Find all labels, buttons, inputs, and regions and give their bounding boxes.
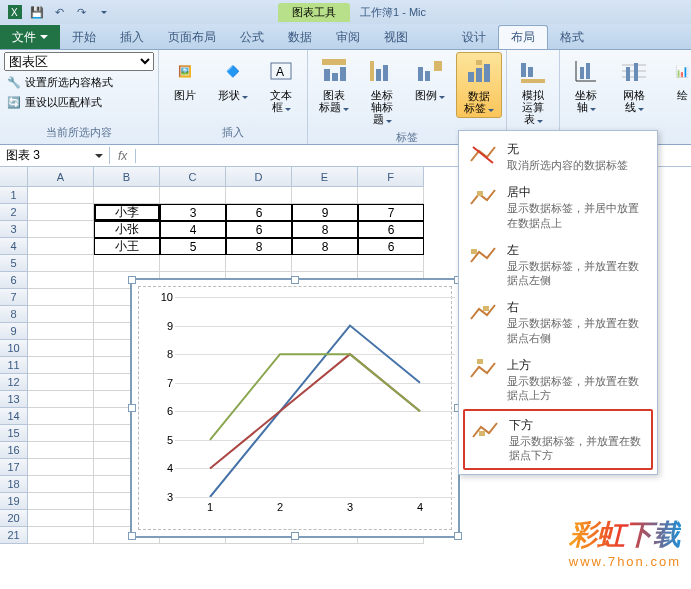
row-header[interactable]: 5 (0, 255, 28, 272)
cell[interactable] (94, 187, 160, 204)
cell[interactable] (94, 255, 160, 272)
name-box[interactable]: 图表 3 (0, 147, 110, 164)
tab-home[interactable]: 开始 (60, 25, 108, 49)
cell[interactable]: 7 (358, 204, 424, 221)
column-header[interactable]: D (226, 167, 292, 187)
cell[interactable] (160, 187, 226, 204)
tab-file[interactable]: 文件 (0, 25, 60, 49)
cell[interactable] (28, 255, 94, 272)
cell[interactable] (28, 238, 94, 255)
row-header[interactable]: 21 (0, 527, 28, 544)
chart-title-button[interactable]: 图表标题 (312, 52, 356, 116)
axis-title-button[interactable]: 坐标轴标题 (360, 52, 404, 128)
tab-format[interactable]: 格式 (548, 25, 596, 49)
cell[interactable]: 6 (358, 221, 424, 238)
cell[interactable] (28, 408, 94, 425)
cell[interactable]: 小张 (94, 221, 160, 238)
cell[interactable] (28, 391, 94, 408)
cell[interactable] (28, 527, 94, 544)
reset-style-button[interactable]: 🔄重设以匹配样式 (4, 94, 154, 111)
row-header[interactable]: 1 (0, 187, 28, 204)
select-all-corner[interactable] (0, 167, 28, 187)
column-header[interactable]: F (358, 167, 424, 187)
cell[interactable] (292, 255, 358, 272)
column-header[interactable]: E (292, 167, 358, 187)
row-header[interactable]: 16 (0, 442, 28, 459)
data-table-button[interactable]: 模拟运算表 (511, 52, 555, 128)
tab-design[interactable]: 设计 (450, 25, 498, 49)
cell[interactable] (358, 187, 424, 204)
row-header[interactable]: 9 (0, 323, 28, 340)
data-labels-button[interactable]: 数据标签 (456, 52, 502, 118)
cell[interactable] (28, 442, 94, 459)
cell[interactable] (160, 255, 226, 272)
fx-button[interactable]: fx (110, 149, 136, 163)
tab-page-layout[interactable]: 页面布局 (156, 25, 228, 49)
row-header[interactable]: 4 (0, 238, 28, 255)
resize-handle[interactable] (128, 276, 136, 284)
tab-insert[interactable]: 插入 (108, 25, 156, 49)
row-header[interactable]: 15 (0, 425, 28, 442)
qat-dropdown-icon[interactable] (94, 3, 112, 21)
cell[interactable] (28, 289, 94, 306)
data-labels-option-1[interactable]: 居中显示数据标签，并居中放置在数据点上 (463, 178, 653, 236)
cell[interactable] (28, 493, 94, 510)
cell[interactable]: 8 (292, 238, 358, 255)
cell[interactable] (28, 323, 94, 340)
cell[interactable]: 8 (292, 221, 358, 238)
cell[interactable]: 8 (226, 238, 292, 255)
tab-formulas[interactable]: 公式 (228, 25, 276, 49)
row-header[interactable]: 12 (0, 374, 28, 391)
cell[interactable] (226, 255, 292, 272)
plot-area-button[interactable]: 📊绘 (660, 52, 691, 104)
cell[interactable] (28, 221, 94, 238)
cell[interactable] (28, 272, 94, 289)
cell[interactable] (28, 459, 94, 476)
row-header[interactable]: 19 (0, 493, 28, 510)
cell[interactable]: 小王 (94, 238, 160, 255)
data-labels-option-5[interactable]: 下方显示数据标签，并放置在数据点下方 (463, 409, 653, 471)
resize-handle[interactable] (291, 532, 299, 540)
data-labels-option-4[interactable]: 上方显示数据标签，并放置在数据点上方 (463, 351, 653, 409)
undo-icon[interactable]: ↶ (50, 3, 68, 21)
chart-object[interactable]: 345678910 1234 (130, 278, 460, 538)
redo-icon[interactable]: ↷ (72, 3, 90, 21)
row-header[interactable]: 3 (0, 221, 28, 238)
cell[interactable]: 6 (358, 238, 424, 255)
tab-data[interactable]: 数据 (276, 25, 324, 49)
row-header[interactable]: 11 (0, 357, 28, 374)
textbox-button[interactable]: A文本框 (259, 52, 303, 116)
legend-button[interactable]: 图例 (408, 52, 452, 104)
resize-handle[interactable] (128, 404, 136, 412)
row-header[interactable]: 18 (0, 476, 28, 493)
cell[interactable] (28, 340, 94, 357)
chart-element-selector[interactable]: 图表区 (4, 52, 154, 71)
row-header[interactable]: 14 (0, 408, 28, 425)
row-header[interactable]: 10 (0, 340, 28, 357)
tab-view[interactable]: 视图 (372, 25, 420, 49)
cell[interactable] (28, 510, 94, 527)
row-header[interactable]: 7 (0, 289, 28, 306)
cell[interactable] (28, 306, 94, 323)
shapes-button[interactable]: 🔷形状 (211, 52, 255, 104)
cell[interactable] (28, 204, 94, 221)
chart-area[interactable]: 345678910 1234 (138, 286, 452, 530)
cell[interactable] (292, 187, 358, 204)
tab-review[interactable]: 审阅 (324, 25, 372, 49)
cell[interactable] (28, 425, 94, 442)
data-labels-option-3[interactable]: 右显示数据标签，并放置在数据点右侧 (463, 293, 653, 351)
excel-icon[interactable]: X (6, 3, 24, 21)
cell[interactable] (28, 476, 94, 493)
row-header[interactable]: 8 (0, 306, 28, 323)
cell[interactable] (226, 187, 292, 204)
resize-handle[interactable] (128, 532, 136, 540)
cell[interactable] (28, 357, 94, 374)
data-labels-option-0[interactable]: 无取消所选内容的数据标签 (463, 135, 653, 178)
picture-button[interactable]: 🖼️图片 (163, 52, 207, 104)
cell[interactable] (28, 187, 94, 204)
save-icon[interactable]: 💾 (28, 3, 46, 21)
gridlines-button[interactable]: 网格线 (612, 52, 656, 116)
data-labels-option-2[interactable]: 左显示数据标签，并放置在数据点左侧 (463, 236, 653, 294)
row-header[interactable]: 13 (0, 391, 28, 408)
cell[interactable]: 3 (160, 204, 226, 221)
